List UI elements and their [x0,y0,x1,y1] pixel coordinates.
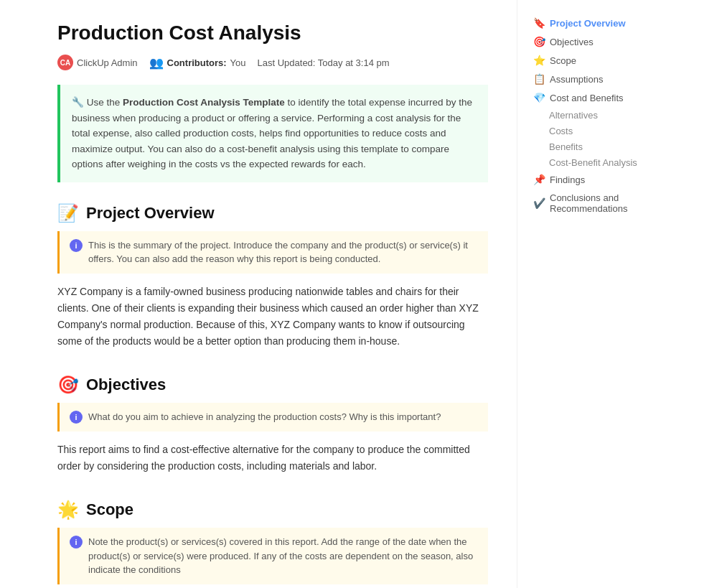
section-icon-scope: 🌟 [57,501,79,518]
sidebar-item-objectives[interactable]: 🎯 Objectives [529,33,677,50]
intro-callout: 🔧 Use the Production Cost Analysis Templ… [57,85,488,182]
sidebar-item-project-overview[interactable]: 🔖 Project Overview [529,14,677,32]
callout-text: Note the product(s) or services(s) cover… [88,535,478,577]
author-name: ClickUp Admin [77,57,138,68]
avatar: CA [57,55,73,70]
last-updated: Last Updated: Today at 3:14 pm [258,57,390,68]
sidebar-item-cost-and-benefits[interactable]: 💎 Cost and Benefits [529,89,677,106]
contributors-icon: 👥 [149,56,164,70]
sidebar-item-conclusions[interactable]: ✔️ Conclusions and Recommendations [529,190,677,217]
sidebar-item-assumptions[interactable]: 📋 Assumptions [529,70,677,88]
sidebar-label-scope: Scope [550,55,576,66]
section-callout-objectives: i What do you aim to achieve in analyzin… [57,403,488,431]
main-content: Production Cost Analysis CA ClickUp Admi… [0,0,517,588]
info-icon: i [70,239,83,252]
info-icon: i [70,536,83,549]
sidebar-nav: 🔖 Project Overview 🎯 Objectives ⭐ Scope … [529,14,677,217]
sidebar-icon-project-overview: 🔖 [533,17,545,29]
contributors-value: You [230,57,246,68]
intro-bold: Production Cost Analysis Template [123,97,285,108]
sidebar-icon-objectives: 🎯 [533,36,545,47]
meta-bar: CA ClickUp Admin 👥 Contributors: You Las… [57,55,488,70]
section-project-overview: 📝 Project Overview i This is the summary… [57,204,488,350]
sidebar-label-objectives: Objectives [550,37,594,47]
section-header-project-overview: 📝 Project Overview [57,204,488,223]
sidebar-sub-item-alternatives[interactable]: Alternatives [529,108,677,123]
sidebar-icon-cost-and-benefits: 💎 [533,92,545,103]
sections-container: 📝 Project Overview i This is the summary… [57,204,488,588]
sidebar-sub-item-benefits[interactable]: Benefits [529,139,677,154]
section-title-project-overview: Project Overview [86,204,215,223]
sidebar-label-project-overview: Project Overview [550,18,626,29]
callout-text: This is the summary of the project. Intr… [88,238,478,266]
sidebar-icon-assumptions: 📋 [533,73,545,85]
section-scope: 🌟 Scope i Note the product(s) or service… [57,500,488,588]
section-callout-project-overview: i This is the summary of the project. In… [57,231,488,274]
section-body-objectives: This report aims to find a cost-effectiv… [57,442,488,475]
intro-text: Use the Production Cost Analysis Templat… [72,97,472,169]
sidebar-label-conclusions: Conclusions and Recommendations [550,192,673,214]
sidebar-sub-item-cost-benefit-analysis[interactable]: Cost-Benefit Analysis [529,155,677,170]
contributors-info: 👥 Contributors: You [149,56,246,70]
callout-text: What do you aim to achieve in analyzing … [88,410,441,424]
section-body-project-overview: XYZ Company is a family-owned business p… [57,284,488,350]
section-icon-objectives: 🎯 [57,376,79,393]
contributors-label: Contributors: [167,57,227,68]
info-icon: i [70,411,83,424]
section-title-objectives: Objectives [86,375,166,394]
section-title-scope: Scope [86,500,133,519]
section-icon-project-overview: 📝 [57,205,79,222]
sidebar-item-scope[interactable]: ⭐ Scope [529,52,677,69]
section-header-scope: 🌟 Scope [57,500,488,519]
section-header-objectives: 🎯 Objectives [57,375,488,394]
sidebar: 🔖 Project Overview 🎯 Objectives ⭐ Scope … [517,0,689,588]
section-objectives: 🎯 Objectives i What do you aim to achiev… [57,375,488,475]
sidebar-label-cost-and-benefits: Cost and Benefits [550,93,624,103]
page-title: Production Cost Analysis [57,22,488,45]
sidebar-label-assumptions: Assumptions [550,74,603,85]
sidebar-icon-findings: 📌 [533,174,545,185]
author-info: CA ClickUp Admin [57,55,138,70]
sidebar-item-findings[interactable]: 📌 Findings [529,171,677,188]
section-callout-scope: i Note the product(s) or services(s) cov… [57,528,488,584]
intro-icon: 🔧 [72,97,84,108]
sidebar-label-findings: Findings [550,174,585,185]
sidebar-icon-conclusions: ✔️ [533,197,545,209]
sidebar-sub-item-costs[interactable]: Costs [529,123,677,139]
sidebar-icon-scope: ⭐ [533,55,545,66]
